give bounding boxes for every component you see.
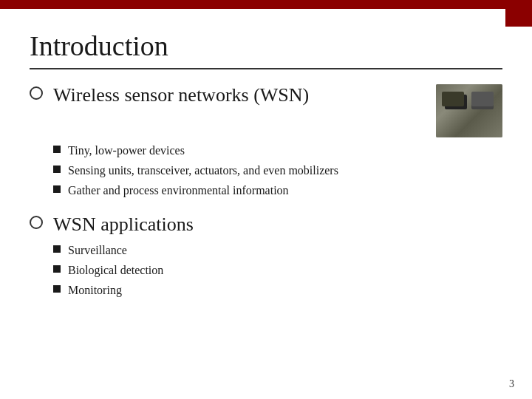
- list-item: Wireless sensor networks (WSN) Tiny, low…: [30, 83, 502, 202]
- sub-text: Tiny, low-power devices: [68, 142, 185, 160]
- sub-text: Biological detection: [68, 262, 163, 279]
- sub-list: Tiny, low-power devices Sensing units, t…: [53, 139, 502, 200]
- item-content: Wireless sensor networks (WSN) Tiny, low…: [53, 83, 502, 202]
- sub-list-item: Tiny, low-power devices: [53, 142, 502, 160]
- sub-list-item: Surveillance: [53, 242, 502, 259]
- sub-bullet: [53, 185, 61, 193]
- slide-title: Introduction: [30, 30, 502, 62]
- main-list: Wireless sensor networks (WSN) Tiny, low…: [30, 83, 502, 301]
- sub-list-item: Gather and process environmental informa…: [53, 182, 502, 200]
- page-number: 3: [509, 378, 514, 390]
- title-divider: [30, 68, 502, 69]
- sub-bullet: [53, 265, 61, 273]
- sub-bullet: [53, 285, 61, 293]
- sub-list-item: Monitoring: [53, 282, 502, 299]
- sub-list-item: Biological detection: [53, 262, 502, 279]
- slide-content: Introduction Wireless sensor networks (W…: [0, 9, 532, 399]
- item-header-row: WSN applications: [53, 212, 502, 237]
- sub-list: Surveillance Biological detection Monito…: [53, 239, 502, 299]
- top-bar: [0, 0, 532, 9]
- sub-text: Sensing units, transceiver, actuators, a…: [68, 162, 338, 180]
- sub-text: Gather and process environmental informa…: [68, 182, 289, 200]
- item-header-row: Wireless sensor networks (WSN): [53, 83, 502, 137]
- item-content: WSN applications Surveillance Biological…: [53, 212, 502, 301]
- item-title: Wireless sensor networks (WSN): [53, 83, 309, 108]
- sub-text: Monitoring: [68, 282, 122, 299]
- sub-text: Surveillance: [68, 242, 127, 259]
- wsn-device-image: [436, 84, 502, 137]
- list-item: WSN applications Surveillance Biological…: [30, 212, 502, 301]
- sub-bullet: [53, 166, 61, 173]
- sub-bullet: [53, 245, 61, 253]
- item-title: WSN applications: [53, 212, 194, 237]
- bullet-circle: [30, 86, 43, 100]
- sub-bullet: [53, 146, 61, 153]
- bullet-circle: [30, 216, 43, 229]
- sub-list-item: Sensing units, transceiver, actuators, a…: [53, 162, 502, 180]
